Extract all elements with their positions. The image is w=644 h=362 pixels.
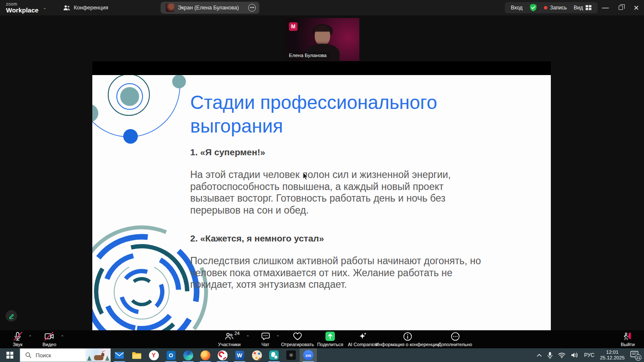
more-label: Дополнительно [438, 342, 472, 347]
presentation-slide: Стадии профессионального выгорания 1. «Я… [92, 75, 551, 330]
start-button[interactable] [0, 348, 20, 362]
titlebar-right-controls: Вход Запись Вид [505, 2, 598, 13]
search-placeholder: Поиск [36, 352, 51, 359]
meeting-toolbar: Звук ⌃ Видео ⌃ 24 Участники ⌃ Чат ⌃ [0, 330, 644, 348]
taskbar-firefox-icon[interactable] [197, 348, 214, 362]
taskbar-media-app-icon[interactable] [214, 348, 231, 362]
taskbar-outlook-icon[interactable]: O [162, 348, 179, 362]
record-indicator[interactable]: Запись [544, 5, 567, 11]
leave-label: Выйти [621, 342, 635, 347]
taskbar-edge-icon[interactable] [179, 348, 197, 362]
tray-clock[interactable]: 12:01 25.12.2025 [600, 350, 625, 361]
taskbar-mail-icon[interactable] [111, 348, 128, 362]
window-titlebar: zoom Workplace ⌄ Конференция Экран (Елен… [0, 0, 644, 15]
mouse-cursor-icon [303, 172, 308, 180]
company-logo-icon: M [289, 22, 298, 31]
more-ellipsis-icon [451, 332, 460, 341]
login-button[interactable]: Вход [511, 5, 522, 11]
react-button[interactable]: Отреагировать [278, 332, 317, 347]
info-icon [403, 332, 412, 341]
windows-logo-icon [6, 352, 13, 359]
taskbar-yandex-browser-icon[interactable]: Y [145, 348, 162, 362]
close-button[interactable]: ✕ [629, 0, 644, 15]
taskbar-paint-icon[interactable] [248, 348, 265, 362]
taskbar-word-icon[interactable]: W [231, 348, 248, 362]
video-label: Видео [43, 342, 56, 347]
people-icon [63, 5, 70, 11]
tray-time: 12:01 [600, 350, 625, 355]
search-icon [25, 352, 31, 358]
audio-button[interactable]: Звук [8, 332, 27, 347]
share-label: Поделиться [317, 342, 343, 347]
participants-chevron-icon[interactable]: ⌃ [246, 335, 249, 339]
taskbar-explorer-icon[interactable] [128, 348, 145, 362]
chat-icon [261, 332, 270, 341]
taskbar-zoom-icon[interactable]: zm [300, 348, 317, 362]
share-screen-button[interactable]: Поделиться [315, 332, 346, 347]
notification-center-icon[interactable]: 21 [630, 351, 640, 359]
tray-date: 25.12.2025 [600, 355, 625, 361]
taskbar-meetings-app-icon[interactable] [265, 348, 283, 362]
leave-meeting-button[interactable]: Выйти [617, 332, 639, 347]
audio-options-chevron-icon[interactable]: ⌃ [28, 335, 32, 339]
heart-react-icon [293, 332, 302, 341]
share-screen-icon [325, 332, 335, 341]
zoom-workplace-window: zoom Workplace ⌄ Конференция Экран (Елен… [0, 0, 644, 362]
pencil-icon [9, 313, 15, 319]
shared-screen-area: Стадии профессионального выгорания 1. «Я… [92, 61, 551, 330]
participants-count: 24 [234, 331, 240, 336]
more-button[interactable]: Дополнительно [434, 332, 477, 347]
brand-zoom: zoom [6, 2, 39, 6]
tray-chevron-up-icon[interactable] [537, 353, 542, 357]
participants-label: Участники [218, 342, 241, 347]
tray-wifi-icon[interactable] [558, 353, 565, 358]
tray-volume-icon[interactable] [571, 352, 578, 358]
meeting-info-button[interactable]: Информация о конференции [373, 332, 442, 347]
slide-heading-2: 2. «Кажется, я немного устал» [190, 233, 324, 244]
windows-taskbar: Поиск Y O [0, 348, 644, 362]
react-label: Отреагировать [281, 342, 314, 347]
annotate-button[interactable] [6, 310, 17, 322]
view-button[interactable]: Вид [574, 5, 592, 11]
microphone-muted-icon [14, 332, 21, 341]
security-shield-icon[interactable] [529, 3, 537, 12]
tab-conference-label: Конференция [74, 5, 108, 11]
search-highlight-deer-image[interactable] [85, 349, 110, 362]
tab-conference[interactable]: Конференция [58, 2, 113, 14]
ai-companion-icon [358, 332, 368, 341]
video-button[interactable]: Видео [39, 332, 60, 347]
zoom-workplace-logo: zoom Workplace [6, 2, 39, 13]
chat-button[interactable]: Чат [257, 332, 274, 347]
camera-muted-icon [45, 332, 54, 341]
slide-body-1: На этой стадии человек полон сил и жизне… [190, 169, 482, 216]
taskbar-search-input[interactable]: Поиск [20, 348, 111, 362]
taskbar-dark-app-icon[interactable]: ✳ [283, 348, 300, 362]
record-dot-icon [544, 6, 547, 9]
meeting-info-label: Информация о конференции [376, 342, 440, 347]
tray-language-indicator[interactable]: РУС [584, 352, 594, 358]
tab-screen-share[interactable]: Экран (Елена Буланова) ••• [161, 2, 259, 14]
notification-count-badge: 21 [635, 354, 641, 361]
participant-name-label: Елена Буланова [285, 52, 330, 59]
video-options-chevron-icon[interactable]: ⌃ [61, 335, 64, 339]
tab-options-ellipsis-icon[interactable]: ••• [248, 4, 256, 12]
slide-heading-1: 1. «Я супермен!» [190, 147, 265, 157]
view-label: Вид [574, 5, 583, 11]
audio-label: Звук [13, 342, 23, 347]
slide-body-2: Последствия слишком активной работы начи… [190, 255, 482, 291]
slide-title: Стадии профессионального выгорания [190, 90, 486, 138]
participants-button[interactable]: 24 Участники [214, 332, 245, 347]
tray-microphone-icon[interactable] [547, 352, 553, 359]
restore-button[interactable] [613, 0, 629, 15]
chat-label: Чат [261, 342, 269, 347]
minimize-button[interactable]: — [598, 0, 613, 15]
brand-workplace: Workplace [6, 7, 39, 13]
system-tray: РУС 12:01 25.12.2025 21 [537, 348, 644, 362]
window-controls: — ✕ [598, 0, 644, 15]
tab-screen-thumbnail [166, 3, 174, 12]
leave-door-icon [623, 332, 632, 341]
record-label: Запись [550, 5, 567, 11]
tab-screen-label: Экран (Елена Буланова) [178, 5, 239, 11]
chevron-down-icon[interactable]: ⌄ [43, 6, 47, 10]
speaker-video-tile[interactable]: M Елена Буланова [285, 18, 359, 61]
